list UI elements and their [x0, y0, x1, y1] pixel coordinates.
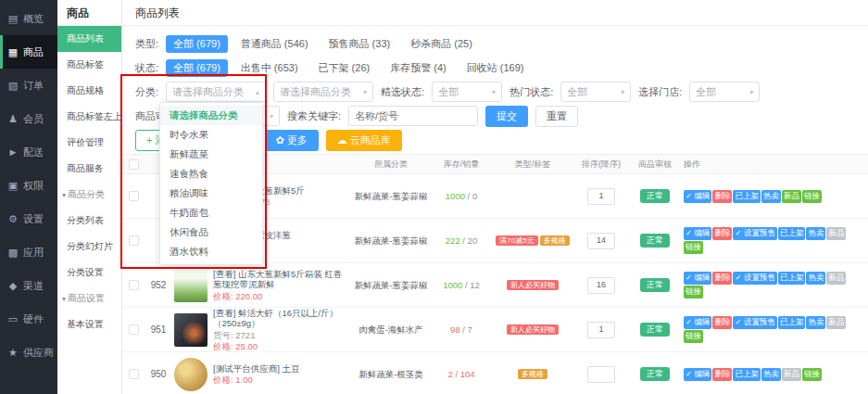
edit-action-button[interactable]: ✓ 编辑 — [684, 272, 711, 285]
category-option[interactable]: 牛奶面包 — [160, 203, 262, 222]
new-item-action-button[interactable]: 新品 — [826, 316, 846, 329]
nav-item-goods[interactable]: ▦商品 — [0, 35, 57, 69]
status-filter-chip[interactable]: 全部 (679) — [166, 59, 228, 77]
nav-item-channels[interactable]: ◆渠道 — [0, 269, 57, 302]
link-action-button[interactable]: 链接 — [684, 241, 703, 254]
type-filter-chip[interactable]: 预售商品 (33) — [321, 35, 398, 53]
type-filter-chip[interactable]: 普通商品 (546) — [233, 35, 316, 53]
category-option[interactable]: 酒水饮料 — [160, 242, 262, 261]
category-option[interactable]: 休闲食品 — [160, 222, 262, 242]
status-filter-chip[interactable]: 已下架 (26) — [311, 59, 378, 77]
on-shelf-action-button[interactable]: 已上架 — [778, 316, 806, 329]
edit-action-button[interactable]: ✓ 编辑 — [684, 316, 711, 329]
new-item-action-button[interactable]: 新品 — [826, 227, 846, 240]
reset-button[interactable]: 重置 — [535, 106, 578, 127]
category-option[interactable]: 新鲜蔬菜 — [160, 145, 262, 164]
type-filter-chip[interactable]: 全部 (679) — [166, 35, 228, 53]
sales-value: 104 — [460, 369, 475, 379]
delete-action-button[interactable]: 删除 — [712, 368, 732, 381]
on-shelf-action-button[interactable]: 已上架 — [778, 227, 806, 240]
edit-action-button[interactable]: ✓ 编辑 — [684, 368, 711, 381]
sidebar-item-goods-list[interactable]: 商品列表 — [57, 26, 121, 52]
set-presale-action-button[interactable]: ✓ 设置预售 — [733, 272, 776, 285]
select-all-checkbox[interactable] — [129, 159, 139, 170]
sort-input[interactable]: 16 — [587, 277, 615, 294]
link-action-button[interactable]: 链接 — [802, 368, 822, 381]
hot-sale-action-button[interactable]: 热卖 — [806, 316, 825, 329]
new-item-action-button[interactable]: 新品 — [826, 272, 846, 285]
edit-action-button[interactable]: ✓ 编辑 — [684, 190, 711, 203]
sidebar-item-category-settings[interactable]: 分类设置 — [57, 260, 121, 286]
nav-item-hardware[interactable]: ▭硬件 — [0, 302, 57, 336]
sidebar-item-goods-category[interactable]: ▾商品分类 — [57, 182, 121, 208]
category-option[interactable]: 粮油调味 — [160, 184, 262, 203]
cell-checkbox — [122, 235, 145, 246]
status-filter-chip[interactable]: 回收站 (169) — [459, 59, 532, 77]
sidebar-item-category-list[interactable]: 分类列表 — [57, 208, 121, 234]
hot-sale-action-button[interactable]: 热卖 — [761, 368, 781, 381]
set-presale-action-button[interactable]: ✓ 设置预售 — [733, 316, 776, 329]
link-action-button[interactable]: 链接 — [802, 190, 822, 203]
nav-item-members[interactable]: ♟会员 — [0, 102, 57, 135]
on-shelf-action-button[interactable]: 已上架 — [778, 272, 806, 285]
cloud-library-button[interactable]: ☁ 云商品库 — [326, 130, 402, 151]
product-name: [测试平台供应商] 土豆 — [213, 363, 299, 374]
nav-item-suppliers[interactable]: ★供应商 — [0, 336, 57, 369]
new-item-action-button[interactable]: 新品 — [782, 368, 801, 381]
row-checkbox[interactable] — [129, 191, 139, 201]
new-item-action-button[interactable]: 新品 — [782, 190, 801, 203]
category-option[interactable]: 速食熟食 — [160, 164, 262, 184]
row-checkbox[interactable] — [129, 280, 139, 290]
cell-id: 951 — [145, 324, 172, 336]
edit-action-button[interactable]: ✓ 编辑 — [684, 227, 711, 240]
status-filter-chip[interactable]: 出售中 (653) — [233, 59, 306, 77]
on-shelf-action-button[interactable]: 已上架 — [733, 368, 761, 381]
set-presale-action-button[interactable]: ✓ 设置预售 — [733, 227, 776, 240]
cell-category: 新鲜蔬菜-葱姜蒜椒 — [350, 191, 432, 201]
sidebar-item-goods-tags[interactable]: 商品标签 — [57, 52, 121, 78]
sidebar-item-review-manage[interactable]: 评价管理 — [57, 130, 121, 156]
more-button[interactable]: ✿ 更多 — [265, 130, 319, 151]
hot-sale-action-button[interactable]: 热卖 — [806, 272, 825, 285]
sort-input[interactable]: 1 — [587, 322, 615, 338]
category-option[interactable]: 请选择商品分类 — [160, 106, 262, 125]
category-select-2[interactable]: 请选择商品分类 ▾ — [273, 82, 373, 102]
store-select[interactable]: 全部 ▾ — [689, 82, 760, 102]
submit-button[interactable]: 提交 — [485, 106, 528, 127]
sidebar-item-category-slides[interactable]: 分类幻灯片 — [57, 234, 121, 260]
sidebar-item-goods-label-pos[interactable]: 商品标签左上 — [57, 104, 121, 130]
nav-item-apps[interactable]: ▩应用 — [0, 235, 57, 269]
sort-input[interactable]: 14 — [587, 233, 615, 249]
category-option[interactable]: 时令水果 — [160, 125, 262, 145]
delete-action-button[interactable]: 删除 — [712, 227, 732, 240]
on-shelf-action-button[interactable]: 已上架 — [733, 190, 761, 203]
category-select-1[interactable]: 请选择商品分类 ▴ — [166, 82, 266, 102]
row-checkbox[interactable] — [129, 235, 139, 246]
nav-item-orders[interactable]: ▧订单 — [0, 69, 57, 102]
nav-item-permissions[interactable]: ▣权限 — [0, 169, 57, 202]
sort-input[interactable]: 1 — [587, 188, 615, 205]
link-action-button[interactable]: 链接 — [684, 286, 703, 299]
delete-action-button[interactable]: 删除 — [712, 190, 732, 203]
hot-select[interactable]: 全部 ▾ — [560, 82, 631, 102]
status-filter-chip[interactable]: 库存预警 (4) — [383, 59, 454, 77]
sidebar-item-basic-settings[interactable]: 基本设置 — [57, 311, 121, 337]
sort-input[interactable] — [587, 366, 615, 383]
sidebar-item-goods-settings[interactable]: ▾商品设置 — [57, 286, 121, 311]
nav-item-settings[interactable]: ⚙设置 — [0, 202, 57, 235]
nav-item-delivery[interactable]: ►配送 — [0, 135, 57, 169]
link-action-button[interactable]: 链接 — [684, 330, 703, 343]
type-filter-chip[interactable]: 秒杀商品 (25) — [403, 35, 480, 53]
sidebar-item-goods-service[interactable]: 商品服务 — [57, 156, 121, 182]
sidebar-item-goods-specs[interactable]: 商品规格 — [57, 78, 121, 104]
row-checkbox[interactable] — [129, 369, 139, 379]
search-input[interactable] — [348, 106, 478, 126]
nav-item-overview[interactable]: ▤概览 — [0, 2, 57, 35]
row-checkbox[interactable] — [129, 324, 139, 335]
sidebar-item-label: 分类幻灯片 — [67, 241, 113, 251]
featured-select[interactable]: 全部 ▾ — [432, 82, 502, 102]
delete-action-button[interactable]: 删除 — [712, 316, 732, 329]
hot-sale-action-button[interactable]: 热卖 — [806, 227, 825, 240]
delete-action-button[interactable]: 删除 — [712, 272, 732, 285]
hot-sale-action-button[interactable]: 热卖 — [761, 190, 781, 203]
